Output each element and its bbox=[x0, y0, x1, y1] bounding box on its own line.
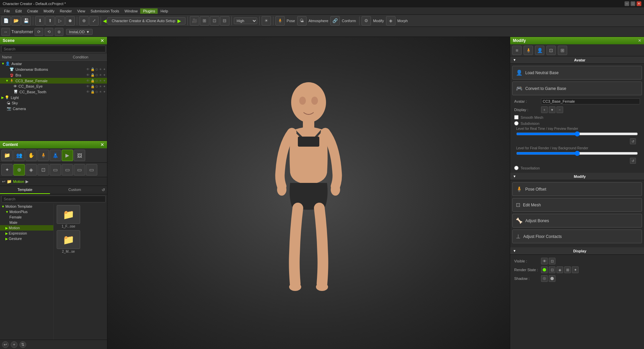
tree-motion-template[interactable]: ▼ Motion Template bbox=[0, 204, 53, 209]
render-icon-2[interactable]: ⊡ bbox=[549, 266, 555, 273]
content-icon-body[interactable]: 🧍 bbox=[38, 150, 49, 161]
content-icon-extra1[interactable]: ✦ bbox=[1, 164, 13, 176]
edit-mesh-btn[interactable]: ⊡ Edit Mesh bbox=[512, 198, 642, 212]
modify-tool-morph[interactable]: ⊡ bbox=[546, 46, 556, 55]
nav-left-btn[interactable]: ◀ bbox=[103, 18, 107, 23]
tree-item-light[interactable]: ▶ 💡 Light bbox=[0, 95, 107, 100]
modify-label[interactable]: Modify bbox=[372, 19, 385, 23]
tree-item-teeth[interactable]: 🦷 CC_Base_Teeth 👁 🔒 ⊙ ☀ ✦ bbox=[0, 89, 107, 95]
tb-new-btn[interactable]: 📄 bbox=[1, 16, 11, 26]
tab-template[interactable]: Template bbox=[0, 186, 50, 194]
tb2-transformer-icon[interactable]: ↔ bbox=[1, 28, 10, 36]
visible-icon-eye[interactable]: 👁 bbox=[541, 258, 548, 264]
content-icon-extra6[interactable]: ▭ bbox=[62, 164, 73, 176]
content-icon-extra4[interactable]: ⊡ bbox=[38, 164, 49, 176]
tessellation-radio[interactable] bbox=[514, 166, 519, 170]
tree-female[interactable]: Female bbox=[0, 214, 53, 220]
adjust-floor-btn[interactable]: ⊥ Adjust Floor Contacts bbox=[512, 230, 642, 243]
subdivision-radio[interactable] bbox=[514, 121, 519, 126]
convert-game-base-btn[interactable]: 🎮 Convert to Game Base bbox=[512, 82, 642, 95]
content-icon-extra8[interactable]: ▭ bbox=[86, 164, 97, 176]
arrow-motionplus[interactable]: ▼ bbox=[5, 210, 9, 214]
transformer-label[interactable]: Transformer bbox=[11, 30, 33, 34]
content-icon-hand[interactable]: ✋ bbox=[25, 150, 37, 161]
modify-tool-body[interactable]: 🧍 bbox=[524, 46, 533, 55]
display-btn-plus[interactable]: + bbox=[541, 106, 548, 113]
content-icon-extra5[interactable]: ▭ bbox=[50, 164, 61, 176]
close-button[interactable]: ✕ bbox=[637, 1, 641, 6]
arrow-gesture[interactable]: ▶ bbox=[5, 237, 8, 241]
nav-folder-btn[interactable]: 📁 bbox=[7, 179, 12, 184]
folder-1[interactable]: 📁 1_F...ose bbox=[55, 205, 82, 228]
tree-item-avatar[interactable]: ▼ 👤 Avatar bbox=[0, 61, 107, 66]
tree-item-eye[interactable]: 👁 CC_Base_Eye 👁 🔒 ⊙ ☀ ✦ bbox=[0, 84, 107, 89]
modify-tool-grid[interactable]: ⊞ bbox=[558, 46, 567, 55]
tb-cam2-btn[interactable]: ⊞ bbox=[200, 16, 209, 26]
tb-light-btn[interactable]: ☀ bbox=[262, 16, 271, 26]
modify-close-btn[interactable]: ✕ bbox=[638, 38, 641, 43]
content-close-btn[interactable]: ✕ bbox=[100, 142, 104, 147]
menu-help[interactable]: Help bbox=[158, 8, 171, 14]
tb-conform-icon[interactable]: 🔗 bbox=[330, 16, 340, 26]
arrow-motion-template[interactable]: ▼ bbox=[1, 205, 5, 208]
tb-cam3-btn[interactable]: ⊡ bbox=[210, 16, 219, 26]
tab-refresh-btn[interactable]: ↺ bbox=[100, 186, 107, 194]
tree-item-sky[interactable]: 🌤 Sky bbox=[0, 100, 107, 106]
tb-select-btn[interactable]: ⤢ bbox=[89, 16, 99, 26]
adjust-bones-btn[interactable]: 🦴 Adjust Bones bbox=[512, 214, 642, 228]
content-icon-extra7[interactable]: ▭ bbox=[74, 164, 85, 176]
display-btn-minus[interactable]: − bbox=[556, 106, 563, 113]
content-icon-motion[interactable]: ▶ bbox=[62, 150, 73, 161]
visible-icon-extra[interactable]: ⊡ bbox=[549, 258, 555, 264]
tb-import-btn[interactable]: ⬇ bbox=[35, 16, 45, 26]
arrow-motion[interactable]: ▶ bbox=[5, 226, 8, 230]
minimize-button[interactable]: ─ bbox=[625, 1, 629, 6]
tree-item-bra[interactable]: 👙 Bra 👁 🔒 ⊙ ☀ ✦ bbox=[0, 72, 107, 78]
content-icon-extra2[interactable]: ⊕ bbox=[13, 164, 25, 176]
shadow-dot-gray[interactable] bbox=[541, 275, 548, 282]
display-btn-down[interactable]: ▼ bbox=[549, 106, 555, 113]
pose-label[interactable]: Pose bbox=[285, 19, 297, 23]
tb-transform-btn[interactable]: ⊕ bbox=[79, 16, 89, 26]
tb-atmo-icon[interactable]: 🌤 bbox=[297, 16, 307, 26]
content-icon-image[interactable]: 🖼 bbox=[74, 150, 85, 161]
tb-save-btn[interactable]: 💾 bbox=[21, 16, 31, 26]
morph-label[interactable]: Morph bbox=[396, 19, 409, 23]
atmosphere-label[interactable]: Atmosphere bbox=[307, 19, 330, 23]
modify-section-header[interactable]: ▼ Modify bbox=[510, 173, 644, 180]
arrow-light[interactable]: ▶ bbox=[1, 96, 4, 99]
slider-final[interactable] bbox=[516, 151, 638, 156]
footer-back-btn[interactable]: ↩ bbox=[2, 341, 9, 348]
tree-item-underwear[interactable]: 👕 Underwear Bottoms 👁 🔒 ⊙ ☀ ✦ bbox=[0, 66, 107, 72]
quality-selector[interactable]: High Medium Low bbox=[234, 17, 257, 24]
tree-expression[interactable]: ▶ Expression bbox=[0, 231, 53, 236]
menu-view[interactable]: View bbox=[74, 8, 88, 14]
tb2-btn2[interactable]: ⟲ bbox=[45, 28, 53, 36]
tree-motionplus[interactable]: ▼ MotionPlus bbox=[0, 209, 53, 214]
render-icon-3[interactable]: ◈ bbox=[556, 266, 563, 273]
menu-plugins[interactable]: Plugins bbox=[140, 8, 158, 14]
scene-close-btn[interactable]: ✕ bbox=[100, 38, 104, 43]
tree-gesture[interactable]: ▶ Gesture bbox=[0, 236, 53, 241]
tb-fbx-btn[interactable]: ▷ bbox=[55, 16, 65, 26]
instalod-btn[interactable]: InstaLOD ▼ bbox=[66, 29, 93, 35]
tb-export-btn[interactable]: ⬆ bbox=[45, 16, 55, 26]
content-icon-folder[interactable]: 📁 bbox=[1, 150, 13, 161]
display-section-header[interactable]: ▼ Display bbox=[510, 247, 644, 255]
modify-tool-face[interactable]: 👤 bbox=[535, 46, 544, 55]
tb-modify-icon[interactable]: ⚙ bbox=[362, 16, 371, 26]
tree-item-cc3base[interactable]: ▼ 🧍 CC3_Base_Female 👁 🔒 ⊙ ☀ ✦ bbox=[0, 78, 107, 84]
avatar-section-header[interactable]: ▼ Avatar bbox=[510, 56, 644, 64]
tb-morph-icon[interactable]: ◈ bbox=[386, 16, 395, 26]
tb-rec-btn[interactable]: ⏺ bbox=[65, 16, 75, 26]
menu-modify[interactable]: Modify bbox=[41, 8, 57, 14]
menu-file[interactable]: File bbox=[1, 8, 13, 14]
shadow-dot-white[interactable] bbox=[549, 275, 555, 282]
render-icon-5[interactable]: ✦ bbox=[572, 266, 579, 273]
smooth-mesh-checkbox[interactable] bbox=[514, 115, 519, 119]
conform-label[interactable]: Conform bbox=[340, 19, 357, 23]
tb-cam1-btn[interactable]: 🎥 bbox=[190, 16, 199, 26]
slider-realtime[interactable] bbox=[516, 131, 638, 137]
tree-item-camera[interactable]: 📷 Camera bbox=[0, 106, 107, 111]
content-icon-extra3[interactable]: ◈ bbox=[25, 164, 37, 176]
